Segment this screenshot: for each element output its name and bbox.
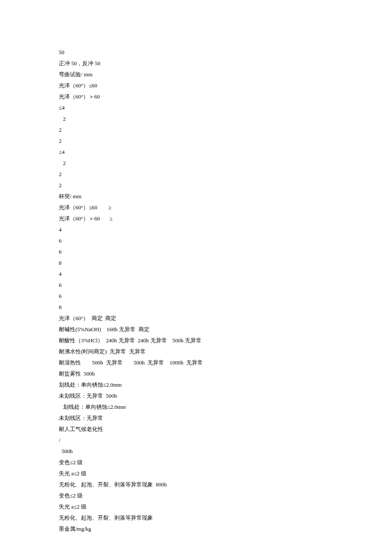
text-line: 50	[59, 47, 392, 58]
text-line: 耐沸水性(时间商定) 无异常 无异常	[59, 346, 392, 357]
text-line: 划线处：单向锈蚀≤2.0mm	[59, 402, 392, 413]
text-line: 未划线区：无异常 500h	[59, 390, 392, 402]
text-line: 光泽（60°）≤60 ≥	[59, 202, 392, 213]
text-line: 2	[59, 180, 392, 191]
text-line: 6	[59, 235, 392, 246]
text-line: 耐盐雾性 500h	[59, 368, 392, 379]
text-line: 8	[59, 257, 392, 269]
text-line: 4	[59, 224, 392, 235]
text-line: 无粉化、起泡、开裂、剥落等异常现象	[59, 512, 392, 523]
text-line: 变色≤2 级	[59, 457, 392, 468]
text-line: 6	[59, 280, 392, 291]
text-line: /	[59, 435, 392, 446]
text-line: 光泽（60°）＞60 ≥	[59, 213, 392, 224]
text-line: 弯曲试验/ mm	[59, 69, 392, 80]
text-line: 失光 a≤2 级	[59, 501, 392, 512]
text-line: 6	[59, 291, 392, 302]
text-line: 变色≤2 级	[59, 490, 392, 501]
text-line: 2	[59, 136, 392, 147]
text-line: 2	[59, 124, 392, 136]
text-line: 500h	[59, 446, 392, 457]
text-line: 正冲 50，反冲 50	[59, 58, 392, 69]
text-line: 光泽（60°） 商定 商定	[59, 313, 392, 324]
text-line: 重金属/mg/kg	[59, 523, 392, 535]
text-line: 划线处：单向锈蚀≤2.0mm	[59, 379, 392, 390]
text-line: 失光 a≤2 级	[59, 468, 392, 479]
text-line: 4	[59, 269, 392, 280]
text-line: 杯突/ mm	[59, 191, 392, 202]
text-line: ≤4	[59, 102, 392, 113]
text-line: 耐碱性(5%NaOH) 168h 无异常 商定	[59, 324, 392, 335]
text-line: 光泽（60°）≤60	[59, 80, 392, 91]
text-line: 6	[59, 246, 392, 257]
text-line: 2	[59, 169, 392, 180]
text-line: 2	[59, 113, 392, 124]
document-page: 50 正冲 50，反冲 50 弯曲试验/ mm 光泽（60°）≤60 光泽（60…	[0, 0, 392, 555]
text-line: 无粉化、起泡、开裂、剥落等异常现象 800h	[59, 479, 392, 490]
text-line: ≤4	[59, 147, 392, 158]
text-line: 耐人工气候老化性	[59, 424, 392, 435]
text-line: 耐酸性（3%HCl） 240h 无异常 240h 无异常 500h 无异常	[59, 335, 392, 346]
text-line: 耐湿热性 500h 无异常 500h 无异常 1000h 无异常	[59, 357, 392, 368]
text-line: 8	[59, 302, 392, 313]
text-line: 光泽（60°）＞60	[59, 91, 392, 102]
text-line: 未划线区：无异常	[59, 413, 392, 424]
text-line: 2	[59, 158, 392, 169]
